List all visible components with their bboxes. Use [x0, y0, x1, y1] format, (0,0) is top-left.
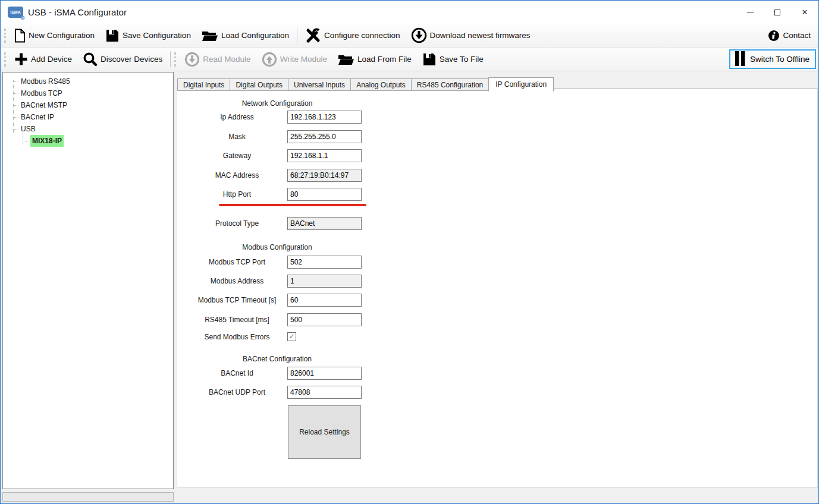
tree-item-bacnet-mstp[interactable]: BACnet MSTP — [3, 99, 173, 111]
save-configuration-button[interactable]: Save Configuration — [100, 27, 196, 45]
floppy-disk-icon — [422, 52, 437, 67]
maximize-button[interactable] — [764, 1, 791, 24]
mac-address-label: MAC Address — [194, 169, 280, 182]
selected-device-label: MIX18-IP — [30, 135, 64, 147]
modbus-address-input — [287, 275, 362, 288]
modbus-tcp-port-input[interactable] — [287, 256, 362, 269]
rs485-timeout-input[interactable] — [287, 313, 362, 326]
floppy-disk-icon — [105, 29, 120, 43]
app-window: iSMA USB - iSMA Configurator ✕ New Confi… — [0, 0, 819, 504]
gateway-label: Gateway — [194, 149, 280, 162]
tab-rs485-configuration[interactable]: RS485 Configuration — [411, 78, 489, 91]
isma-logo-icon: iSMA — [8, 7, 23, 18]
switch-to-offline-button[interactable]: Switch To Offline — [729, 49, 816, 69]
bacnet-configuration-header: BACnet Configuration — [194, 355, 360, 363]
modbus-configuration-header: Modbus Configuration — [194, 243, 360, 251]
device-toolbar: Add Device Discover Devices Read Module … — [1, 48, 818, 71]
ip-address-label: Ip Address — [194, 111, 280, 124]
tree-item-modbus-rs485[interactable]: Modbus RS485 — [3, 75, 173, 87]
ip-address-input[interactable] — [287, 111, 362, 124]
modbus-tcp-port-label: Modbus TCP Port — [194, 256, 280, 269]
main-toolbar: New Configuration Save Configuration Loa… — [1, 24, 818, 48]
mask-label: Mask — [194, 130, 280, 143]
toolbar-separator — [297, 27, 297, 43]
info-icon — [768, 30, 780, 42]
tree-item-bacnet-ip[interactable]: BACnet IP — [3, 111, 173, 123]
discover-devices-button[interactable]: Discover Devices — [77, 50, 168, 68]
modbus-tcp-timeout-input[interactable] — [287, 294, 362, 307]
plus-icon — [14, 52, 28, 66]
tab-digital-inputs[interactable]: Digital Inputs — [177, 78, 230, 91]
bacnet-udp-port-label: BACnet UDP Port — [194, 386, 280, 399]
mac-address-input — [287, 169, 362, 182]
read-module-button[interactable]: Read Module — [179, 50, 256, 69]
tools-icon — [305, 27, 321, 43]
open-folder-icon — [338, 52, 354, 67]
download-circle-icon — [184, 52, 200, 67]
send-modbus-errors-label: Send Modbus Errors — [194, 330, 280, 344]
pause-icon — [734, 51, 746, 68]
ip-configuration-panel: Network Configuration Ip Address Mask Ga… — [177, 89, 818, 488]
device-tree: Modbus RS485 Modbus TCP BACnet MSTP BACn… — [2, 72, 174, 489]
maximize-icon — [774, 10, 780, 15]
open-folder-icon — [202, 29, 218, 43]
modbus-address-label: Modbus Address — [194, 275, 280, 288]
contact-button[interactable]: Contact — [762, 28, 816, 43]
modbus-tcp-timeout-label: Modbus TCP Timeout [s] — [194, 294, 280, 307]
new-configuration-button[interactable]: New Configuration — [9, 27, 100, 45]
configure-connection-button[interactable]: Configure connection — [300, 26, 406, 45]
minimize-button[interactable] — [736, 1, 764, 24]
tree-item-mix18-ip[interactable]: MIX18-IP — [3, 135, 173, 147]
tree-item-modbus-tcp[interactable]: Modbus TCP — [3, 87, 173, 99]
upload-circle-icon — [262, 52, 277, 67]
progress-bar — [2, 492, 174, 502]
load-configuration-button[interactable]: Load Configuration — [196, 27, 294, 45]
close-icon: ✕ — [802, 8, 808, 17]
toolbar-grip[interactable] — [174, 52, 176, 67]
tab-ip-configuration[interactable]: IP Configuration — [488, 77, 554, 92]
minimize-icon — [747, 12, 754, 12]
network-configuration-header: Network Configuration — [194, 99, 360, 108]
bacnet-udp-port-input[interactable] — [287, 386, 362, 399]
add-device-button[interactable]: Add Device — [9, 51, 77, 68]
window-title: USB - iSMA Configurator — [28, 7, 127, 17]
protocol-type-label: Protocol Type — [194, 217, 280, 230]
tab-analog-outputs[interactable]: Analog Outputs — [350, 78, 412, 91]
tab-digital-outputs[interactable]: Digital Outputs — [230, 78, 288, 91]
protocol-type-input — [287, 217, 362, 230]
tree-item-usb[interactable]: USB — [3, 123, 173, 135]
save-to-file-button[interactable]: Save To File — [417, 51, 489, 68]
toolbar-grip[interactable] — [4, 52, 6, 67]
load-from-file-button[interactable]: Load From File — [332, 51, 417, 68]
download-firmwares-button[interactable]: Download newest firmwares — [406, 26, 536, 45]
reload-settings-button[interactable]: Reload Settings — [288, 405, 361, 459]
close-button[interactable]: ✕ — [791, 1, 818, 24]
tab-universal-inputs[interactable]: Universal Inputs — [288, 78, 351, 91]
search-icon — [83, 52, 98, 67]
tab-strip: Digital Inputs Digital Outputs Universal… — [177, 77, 553, 91]
http-port-input[interactable] — [287, 188, 362, 201]
download-circle-icon — [411, 27, 427, 43]
toolbar-grip[interactable] — [4, 29, 6, 43]
bacnet-id-label: BACnet Id — [194, 367, 280, 380]
mask-input[interactable] — [287, 130, 362, 143]
send-modbus-errors-checkbox[interactable]: ✓ — [287, 332, 296, 341]
http-port-label: Http Port — [194, 188, 280, 201]
bacnet-id-input[interactable] — [287, 367, 362, 380]
gateway-input[interactable] — [287, 149, 362, 162]
rs485-timeout-label: RS485 Timeout [ms] — [194, 313, 280, 326]
title-bar: iSMA USB - iSMA Configurator ✕ — [1, 1, 818, 24]
new-document-icon — [14, 29, 26, 43]
red-underline-annotation — [219, 204, 366, 206]
toolbar-separator — [170, 51, 171, 67]
write-module-button[interactable]: Write Module — [256, 50, 332, 69]
